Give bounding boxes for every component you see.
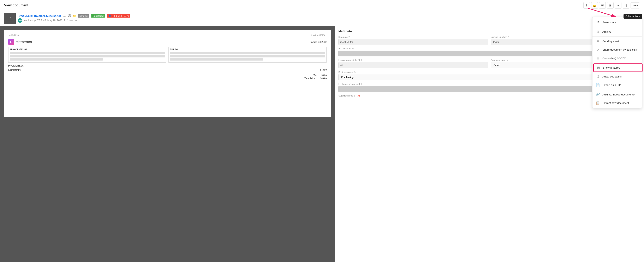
due-date-value[interactable]: 2020-05-05 [338, 39, 488, 45]
share-link-icon: ↗ [596, 48, 600, 52]
comment-icon[interactable]: 💬 [68, 14, 71, 17]
svg-text:—————: ————— [8, 19, 13, 21]
advanced-admin-icon: ⚙ [596, 75, 600, 79]
divider-3 [592, 63, 642, 63]
menu-item-advanced-admin[interactable]: ⚙ Advanced admin [592, 72, 642, 81]
document-filename[interactable]: InvoiceE582362.pdf [34, 14, 61, 17]
dropdown-menu: ↺ Reset state ▦ Archive ✉ Send by email … [592, 17, 642, 108]
archive-icon: ▦ [596, 30, 600, 34]
share-button[interactable]: ⬆ [623, 2, 629, 9]
menu-item-send-email[interactable]: ✉ Send by email [592, 37, 642, 45]
qrcode-button[interactable]: ⊞ [607, 2, 614, 9]
menu-item-share-link[interactable]: ↗ Share document by public link [592, 45, 642, 54]
bill-to-label: BILL TO: [170, 48, 325, 51]
blurred-address-3 [10, 58, 103, 61]
page-title: View document [4, 3, 28, 7]
folder-icon[interactable]: 📁 [73, 14, 76, 17]
show-features-icon: ⊞ [596, 66, 600, 70]
invoice-ref-top: Invoice #582362 [312, 34, 326, 37]
document-preview: 14/05/2020 Invoice #582362 E elementor I… [0, 26, 335, 262]
invoice-amount-field: Invoice Amount 4↑ (de) 49 [338, 59, 488, 68]
download-button[interactable]: ⬇ [583, 2, 590, 9]
divider-4 [592, 90, 642, 90]
document-info-bar: $ ≡ ————— INVOICES ⇄ InvoiceE582362.pdf … [0, 11, 644, 26]
extract-icon: 📋 [596, 101, 600, 105]
blurred-bill-2 [170, 55, 325, 57]
menu-item-adjuntar[interactable]: 🔗 Adjuntar nuevo documento [592, 90, 642, 99]
menu-item-archive[interactable]: ▦ Archive [592, 27, 642, 36]
blurred-bill-3 [170, 58, 263, 61]
invoice-logo: E elementor [8, 39, 32, 45]
invoice-totals: Tax $0.00 Total Price: $49.00 [8, 74, 326, 80]
avatar: VM [18, 18, 22, 23]
email-button[interactable]: ✉ [599, 2, 606, 9]
logo-icon: E [8, 39, 14, 45]
subfolder-label: Invoices [24, 19, 33, 22]
toolbar-actions: ⬇ 🔒 ✉ ⊞ ▾ ⬆ ••• ▾ [583, 2, 640, 9]
due-date-label: Due date 2↑ [338, 36, 488, 38]
invoice-amount-label: Invoice Amount 4↑ (de) [338, 59, 488, 61]
lock-button[interactable]: 🔒 [591, 2, 598, 9]
invoice-items-label: INVOICE ITEMS: [8, 65, 326, 68]
document-preview-inner: 14/05/2020 Invoice #582362 E elementor I… [4, 30, 331, 117]
adjuntar-icon: 🔗 [596, 93, 600, 97]
main-layout: 14/05/2020 Invoice #582362 E elementor I… [0, 26, 644, 262]
invoice-date: 14/05/2020 [8, 34, 18, 37]
menu-item-show-features[interactable]: ⊞ Show features [593, 63, 642, 72]
folder-label: INVOICES ⇄ [18, 14, 32, 17]
invoice-line-item: Elementor Pro $49.00 [8, 68, 326, 72]
file-size: 75.3 KB [37, 19, 46, 22]
item-name: Elementor Pro [8, 69, 22, 71]
document-icon: $ ≡ ————— [4, 13, 16, 24]
export-zip-icon: 📄 [596, 83, 600, 87]
invoice-amount-value[interactable]: 49 [338, 62, 488, 68]
file-date: May 19, 2020, 9:42 a.m. [48, 19, 74, 22]
divider-2 [592, 36, 642, 37]
more-chevron-icon: ▾ [636, 3, 638, 7]
menu-item-export-zip[interactable]: 📄 Export as a ZIP [592, 81, 642, 89]
total-line: Total Price: $49.00 [8, 77, 326, 80]
menu-item-qrcode[interactable]: ⊞ Generate QRCODE [592, 54, 642, 62]
invoice-to-label: INVOICE #582362 [10, 48, 165, 51]
page-header: View document ⬇ 🔒 ✉ ⊞ ▾ ⬆ ••• ▾ [0, 0, 644, 11]
qrcode-dropdown-button[interactable]: ▾ [615, 2, 622, 9]
logo-text: elementor [16, 40, 32, 44]
menu-item-extract[interactable]: 📋 Extract new document [592, 99, 642, 107]
document-version: 0.0 [63, 14, 66, 17]
time-badge: 👤 - 3 d, 21 h, 35 m [107, 14, 130, 17]
invoice-header: 14/05/2020 Invoice #582362 [8, 34, 326, 37]
blurred-address-1 [10, 52, 165, 54]
registered-badge: Registered [91, 14, 105, 17]
reset-state-icon: ↺ [596, 20, 600, 24]
svg-text:$ ≡: $ ≡ [8, 17, 11, 19]
item-price: $49.00 [320, 69, 327, 71]
history-icon[interactable]: ↩ [75, 19, 78, 22]
more-icon: ••• [632, 3, 636, 7]
blurred-address-2 [10, 55, 165, 57]
menu-item-reset-state[interactable]: ↺ Reset state [592, 18, 642, 26]
pending-badge: pending [78, 14, 89, 17]
tax-line: Tax $0.00 [8, 74, 326, 77]
blurred-bill-1 [170, 52, 325, 54]
due-date-field: Due date 2↑ 2020-05-05 [338, 36, 488, 45]
document-info: INVOICES ⇄ InvoiceE582362.pdf 0.0 💬 📁 pe… [18, 14, 640, 23]
invoice-number-right: Invoice #582362 [310, 41, 327, 43]
qrcode-icon: ⊞ [596, 56, 600, 60]
more-actions-button[interactable]: ••• ▾ [630, 2, 640, 8]
other-actions-tooltip: Other actions [624, 14, 642, 19]
send-email-icon: ✉ [596, 39, 600, 43]
